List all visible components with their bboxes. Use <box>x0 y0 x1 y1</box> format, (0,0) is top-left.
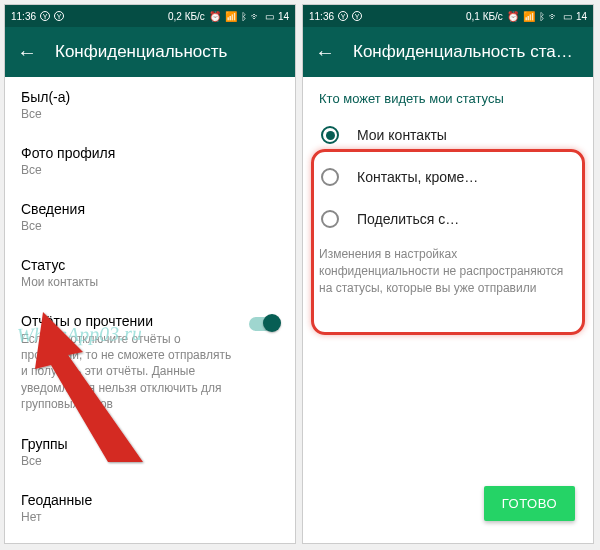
status-indicator-1-icon: Y <box>338 11 348 21</box>
radio-my-contacts[interactable]: Мои контакты <box>303 114 593 156</box>
status-battery: 14 <box>278 11 289 22</box>
status-battery: 14 <box>576 11 587 22</box>
page-title: Конфиденциальность ста… <box>353 42 573 62</box>
read-receipts-toggle[interactable] <box>249 317 279 331</box>
setting-read-receipts[interactable]: Отчёты о прочтении Если вы отключите отч… <box>5 301 295 424</box>
alarm-icon: ⏰ <box>507 11 519 22</box>
radio-label: Мои контакты <box>357 127 447 143</box>
bluetooth-icon: ᛒ <box>241 11 247 22</box>
battery-icon: ▭ <box>265 11 274 22</box>
setting-description: Если вы отключите отчёты о прочтении, то… <box>21 331 239 412</box>
bluetooth-icon: ᛒ <box>539 11 545 22</box>
setting-groups[interactable]: Группы Все <box>5 424 295 480</box>
phone-left: 11:36 Y Y 0,2 КБ/с ⏰ 📶 ᛒ ᯤ ▭ 14 ← Конфид… <box>4 4 296 544</box>
setting-status[interactable]: Статус Мои контакты <box>5 245 295 301</box>
setting-title: Группы <box>21 436 279 452</box>
setting-title: Отчёты о прочтении <box>21 313 239 329</box>
setting-title: Статус <box>21 257 279 273</box>
status-indicator-2-icon: Y <box>352 11 362 21</box>
status-indicator-2-icon: Y <box>54 11 64 21</box>
setting-value: Нет <box>21 510 279 524</box>
radio-label: Поделиться с… <box>357 211 459 227</box>
settings-list: Был(-а) Все Фото профиля Все Сведения Вс… <box>5 77 295 543</box>
done-button[interactable]: ГОТОВО <box>484 486 575 521</box>
wifi-icon: ᯤ <box>549 11 559 22</box>
setting-title: Фото профиля <box>21 145 279 161</box>
status-time: 11:36 <box>11 11 36 22</box>
radio-share-with[interactable]: Поделиться с… <box>303 198 593 240</box>
battery-icon: ▭ <box>563 11 572 22</box>
setting-profile-photo[interactable]: Фото профиля Все <box>5 133 295 189</box>
status-bar: 11:36 Y Y 0,2 КБ/с ⏰ 📶 ᛒ ᯤ ▭ 14 <box>5 5 295 27</box>
status-net: 0,1 КБ/с <box>466 11 503 22</box>
status-net: 0,2 КБ/с <box>168 11 205 22</box>
setting-about[interactable]: Сведения Все <box>5 189 295 245</box>
status-indicator-1-icon: Y <box>40 11 50 21</box>
status-privacy-content: Кто может видеть мои статусы Мои контакт… <box>303 77 593 543</box>
signal-icon: 📶 <box>523 11 535 22</box>
status-time: 11:36 <box>309 11 334 22</box>
setting-value: Все <box>21 107 279 121</box>
phone-right: 11:36 Y Y 0,1 КБ/с ⏰ 📶 ᛒ ᯤ ▭ 14 ← Конфид… <box>302 4 594 544</box>
setting-value: Все <box>21 219 279 233</box>
radio-icon <box>321 168 339 186</box>
setting-title: Сведения <box>21 201 279 217</box>
setting-value: Все <box>21 454 279 468</box>
status-bar: 11:36 Y Y 0,1 КБ/с ⏰ 📶 ᛒ ᯤ ▭ 14 <box>303 5 593 27</box>
done-button-label: ГОТОВО <box>502 496 557 511</box>
section-header: Кто может видеть мои статусы <box>303 77 593 114</box>
app-bar: ← Конфиденциальность <box>5 27 295 77</box>
back-arrow-icon[interactable]: ← <box>315 41 335 64</box>
alarm-icon: ⏰ <box>209 11 221 22</box>
setting-value: Все <box>21 163 279 177</box>
app-bar: ← Конфиденциальность ста… <box>303 27 593 77</box>
setting-title: Был(-а) <box>21 89 279 105</box>
setting-geodata[interactable]: Геоданные Нет <box>5 480 295 536</box>
radio-icon <box>321 126 339 144</box>
back-arrow-icon[interactable]: ← <box>17 41 37 64</box>
page-title: Конфиденциальность <box>55 42 227 62</box>
disclaimer-text: Изменения в настройках конфиденциальност… <box>303 240 593 302</box>
radio-icon <box>321 210 339 228</box>
radio-label: Контакты, кроме… <box>357 169 478 185</box>
signal-icon: 📶 <box>225 11 237 22</box>
setting-last-seen[interactable]: Был(-а) Все <box>5 77 295 133</box>
wifi-icon: ᯤ <box>251 11 261 22</box>
radio-contacts-except[interactable]: Контакты, кроме… <box>303 156 593 198</box>
setting-value: Мои контакты <box>21 275 279 289</box>
setting-title: Геоданные <box>21 492 279 508</box>
